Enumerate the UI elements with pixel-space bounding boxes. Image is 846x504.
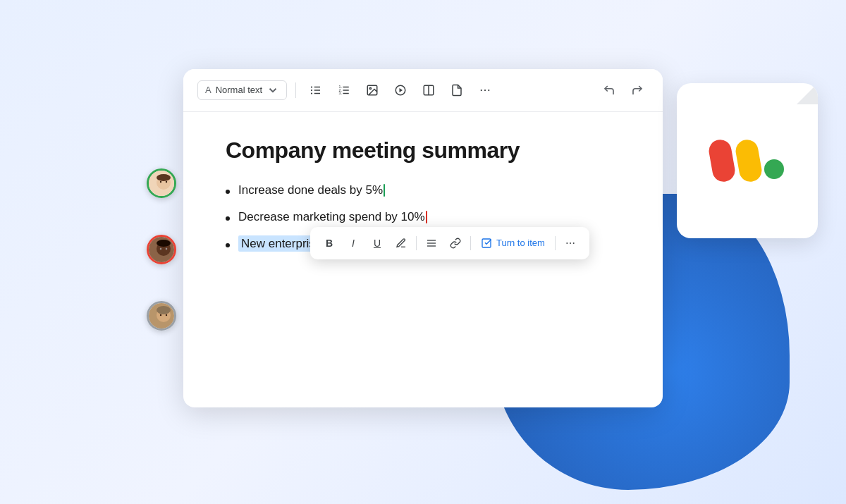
format-more-button[interactable] xyxy=(560,233,581,254)
fmt-divider-1 xyxy=(416,236,417,250)
turn-to-item-label: Turn to item xyxy=(496,238,545,248)
svg-point-18 xyxy=(481,89,482,90)
bullet-text-1[interactable]: Increase done deals by 5% xyxy=(238,183,629,197)
logo-shapes xyxy=(711,140,784,182)
italic-button[interactable]: I xyxy=(343,233,364,254)
svg-text:3.: 3. xyxy=(339,91,342,95)
makers-card xyxy=(677,83,818,238)
avatar-3 xyxy=(147,301,176,331)
svg-point-40 xyxy=(166,314,167,315)
svg-point-20 xyxy=(488,89,489,90)
main-container: A Normal text 1.2.3. xyxy=(183,69,663,407)
svg-point-48 xyxy=(573,242,575,244)
text-style-label: Normal text xyxy=(216,85,262,95)
toolbar-divider-1 xyxy=(295,82,296,98)
bullet-item-1: Increase done deals by 5% xyxy=(226,183,629,197)
svg-point-28 xyxy=(151,262,176,264)
svg-point-36 xyxy=(151,328,176,331)
svg-point-19 xyxy=(484,89,486,90)
cursor-2 xyxy=(426,211,427,223)
bullet-text-content-1: Increase done deals by 5% xyxy=(238,183,383,197)
bullet-item-2: Decrease marketing spend by 10% xyxy=(226,210,629,224)
fmt-divider-2 xyxy=(470,236,471,250)
avatar-3-image xyxy=(149,303,176,331)
more-options-button[interactable] xyxy=(474,79,496,102)
avatars-column xyxy=(147,168,176,331)
video-button[interactable] xyxy=(389,79,412,102)
svg-point-34 xyxy=(166,248,167,250)
svg-point-13 xyxy=(369,87,371,89)
underline-button[interactable]: U xyxy=(367,233,388,254)
ordered-list-button[interactable]: 1.2.3. xyxy=(333,79,355,102)
svg-point-24 xyxy=(157,174,171,181)
svg-point-47 xyxy=(570,242,571,244)
logo-pill-yellow xyxy=(734,137,764,183)
svg-marker-15 xyxy=(400,88,403,92)
makers-logo xyxy=(711,140,784,182)
fmt-divider-3 xyxy=(555,236,556,250)
bullet-list-button[interactable] xyxy=(305,79,327,102)
document-body: Company meeting summary Increase done de… xyxy=(183,112,663,276)
document-title: Company meeting summary xyxy=(226,137,629,164)
undo-button[interactable] xyxy=(598,79,620,102)
file-button[interactable] xyxy=(446,79,468,102)
columns-button[interactable] xyxy=(417,79,440,102)
avatar-2 xyxy=(147,235,176,264)
svg-point-4 xyxy=(311,89,312,90)
bullet-text-content-2: Decrease marketing spend by 10% xyxy=(238,210,425,223)
svg-point-25 xyxy=(160,180,161,182)
highlight-button[interactable] xyxy=(391,233,412,254)
bullet-dot-1 xyxy=(226,190,230,194)
link-button[interactable] xyxy=(445,233,466,254)
chevron-down-icon xyxy=(266,84,279,97)
toolbar: A Normal text 1.2.3. xyxy=(183,69,663,112)
turn-to-item-button[interactable]: Turn to item xyxy=(475,235,551,252)
bullet-dot-2 xyxy=(226,216,230,221)
svg-point-22 xyxy=(151,196,176,198)
cursor-1 xyxy=(384,184,385,197)
avatar-1-image xyxy=(149,171,176,198)
format-toolbar: B I U xyxy=(310,227,589,259)
align-button[interactable] xyxy=(421,233,442,254)
logo-pill-red xyxy=(707,137,737,183)
svg-point-39 xyxy=(160,314,161,315)
svg-point-30 xyxy=(157,240,171,247)
bold-button[interactable]: B xyxy=(319,233,340,254)
bullet-text-2[interactable]: Decrease marketing spend by 10% xyxy=(238,210,629,224)
svg-point-46 xyxy=(566,242,568,244)
redo-button[interactable] xyxy=(626,79,649,102)
logo-dot-green xyxy=(764,159,784,179)
svg-point-3 xyxy=(311,86,312,87)
avatar-2-image xyxy=(149,237,176,264)
text-style-selector[interactable]: A Normal text xyxy=(197,80,287,100)
image-button[interactable] xyxy=(361,79,384,102)
document-card: A Normal text 1.2.3. xyxy=(183,69,663,407)
svg-rect-45 xyxy=(482,239,491,247)
avatar-1 xyxy=(147,168,176,198)
svg-point-26 xyxy=(166,180,167,182)
svg-point-33 xyxy=(160,248,161,250)
svg-point-38 xyxy=(157,306,171,314)
svg-point-5 xyxy=(311,92,312,94)
bullet-dot-3 xyxy=(226,243,230,247)
font-icon: A xyxy=(205,85,212,95)
